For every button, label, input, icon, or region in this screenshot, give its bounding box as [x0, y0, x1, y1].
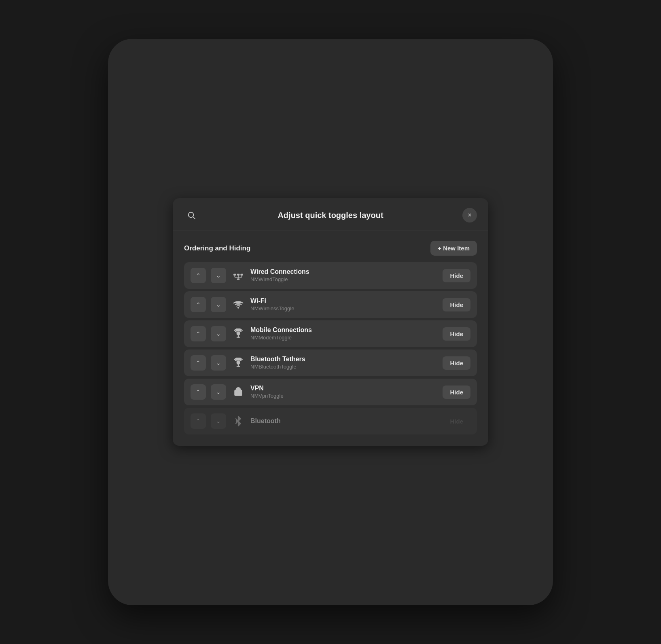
search-button[interactable] [184, 208, 199, 222]
move-down-button[interactable]: ⌄ [211, 384, 226, 400]
chevron-down-icon: ⌄ [216, 272, 221, 279]
item-info: Wi-Fi NMWirelessToggle [250, 297, 438, 312]
move-up-button[interactable]: ⌃ [191, 268, 206, 283]
move-up-button[interactable]: ⌃ [191, 355, 206, 371]
move-down-button[interactable]: ⌄ [211, 297, 226, 312]
chevron-down-icon: ⌄ [216, 301, 221, 308]
chevron-up-icon: ⌃ [196, 360, 201, 366]
dialog-body: Ordering and Hiding + New Item ⌃ ⌄ [173, 231, 488, 446]
hide-button[interactable]: Hide [443, 269, 470, 282]
svg-rect-2 [233, 274, 236, 275]
chevron-up-icon: ⌃ [196, 301, 201, 308]
section-header: Ordering and Hiding + New Item [184, 241, 477, 256]
item-name: VPN [250, 384, 438, 393]
chevron-up-icon: ⌃ [196, 389, 201, 395]
move-up-button[interactable]: ⌃ [191, 413, 206, 429]
list-item: ⌃ ⌄ [184, 320, 477, 347]
move-down-button[interactable]: ⌄ [211, 326, 226, 341]
move-down-button[interactable]: ⌄ [211, 413, 226, 429]
hide-button[interactable]: Hide [443, 298, 470, 311]
dialog: Adjust quick toggles layout × Ordering a… [173, 198, 488, 446]
dialog-title: Adjust quick toggles layout [199, 211, 462, 220]
move-up-button[interactable]: ⌃ [191, 326, 206, 341]
svg-line-1 [193, 217, 195, 219]
chevron-up-icon: ⌃ [196, 330, 201, 337]
svg-rect-10 [237, 279, 240, 280]
move-down-button[interactable]: ⌄ [211, 355, 226, 371]
hide-button[interactable]: Hide [443, 415, 470, 428]
item-name: Wired Connections [250, 268, 438, 276]
mobile-signal-icon [231, 326, 246, 341]
svg-point-18 [237, 392, 239, 394]
move-up-button[interactable]: ⌃ [191, 297, 206, 312]
items-list: ⌃ ⌄ [184, 262, 477, 434]
chevron-up-icon: ⌃ [196, 418, 201, 424]
chevron-down-icon: ⌄ [216, 389, 221, 395]
svg-rect-4 [240, 274, 243, 275]
list-item: ⌃ ⌄ Bluetooth Hide [184, 408, 477, 434]
close-button[interactable]: × [462, 208, 477, 222]
dialog-header: Adjust quick toggles layout × [173, 198, 488, 231]
chevron-down-icon: ⌄ [216, 360, 221, 366]
hide-button[interactable]: Hide [443, 327, 470, 341]
vpn-icon [231, 385, 246, 399]
chevron-down-icon: ⌄ [216, 330, 221, 337]
item-name: Mobile Connections [250, 326, 438, 335]
hide-button[interactable]: Hide [443, 386, 470, 399]
wired-icon [231, 268, 246, 283]
move-up-button[interactable]: ⌃ [191, 384, 206, 400]
list-item: ⌃ ⌄ Wi-Fi NM [184, 291, 477, 318]
list-item: ⌃ ⌄ VPN NMVpnToggle H [184, 379, 477, 405]
item-subtitle: NMBluetoothToggle [250, 364, 438, 371]
list-item: ⌃ ⌄ [184, 350, 477, 376]
bluetooth-icon [231, 414, 246, 428]
item-subtitle: NMModemToggle [250, 335, 438, 341]
bluetooth-tether-icon [231, 356, 246, 370]
item-subtitle: NMVpnToggle [250, 393, 438, 400]
svg-rect-3 [237, 274, 240, 275]
chevron-up-icon: ⌃ [196, 272, 201, 279]
item-subtitle: NMWiredToggle [250, 276, 438, 283]
new-item-button[interactable]: + New Item [430, 241, 477, 256]
item-name: Wi-Fi [250, 297, 438, 305]
item-info: Bluetooth Tethers NMBluetoothToggle [250, 355, 438, 371]
hide-button[interactable]: Hide [443, 356, 470, 370]
move-down-button[interactable]: ⌄ [211, 268, 226, 283]
chevron-down-icon: ⌄ [216, 418, 221, 424]
item-info: Wired Connections NMWiredToggle [250, 268, 438, 283]
item-info: Mobile Connections NMModemToggle [250, 326, 438, 341]
item-name: Bluetooth Tethers [250, 355, 438, 364]
section-title: Ordering and Hiding [184, 244, 250, 252]
list-item: ⌃ ⌄ [184, 262, 477, 289]
item-info: Bluetooth [250, 417, 438, 426]
item-info: VPN NMVpnToggle [250, 384, 438, 400]
item-name: Bluetooth [250, 417, 438, 426]
wifi-icon [231, 297, 246, 312]
item-subtitle: NMWirelessToggle [250, 305, 438, 312]
search-icon [187, 211, 196, 220]
outer-container: Adjust quick toggles layout × Ordering a… [108, 39, 553, 605]
svg-point-11 [238, 307, 239, 308]
